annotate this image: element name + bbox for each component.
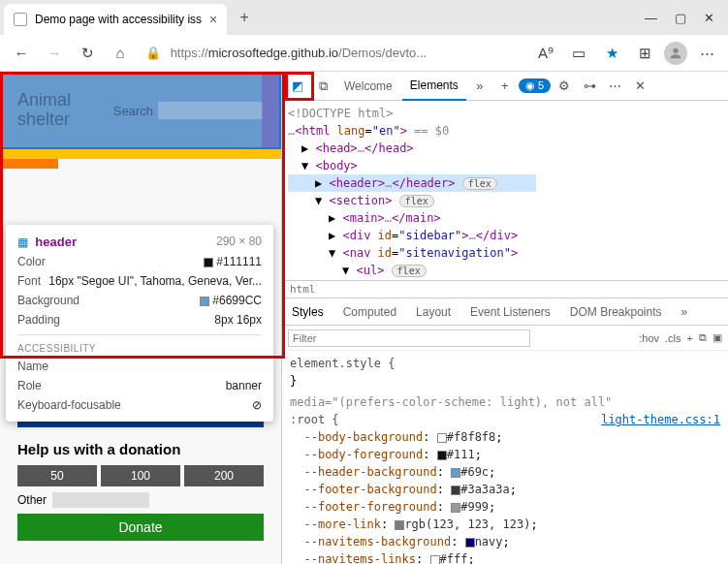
cls-toggle[interactable]: .cls (665, 332, 681, 344)
settings-gear-icon[interactable]: ⚙ (553, 75, 576, 98)
collections-icon[interactable]: ▭ (565, 40, 592, 67)
minimize-icon[interactable]: — (645, 11, 657, 25)
orange-bar (0, 159, 58, 169)
device-emulation-icon[interactable]: ⧉ (311, 75, 334, 98)
svg-point-0 (673, 47, 678, 52)
devtools-toolbar: ◩ ⧉ Welcome Elements » + ◉ 5 ⚙ ⊶ ⋯ ✕ (282, 72, 728, 101)
forward-icon[interactable]: → (41, 40, 68, 67)
stab-event[interactable]: Event Listeners (460, 298, 560, 326)
donate-heading: Help us with a donation (17, 441, 264, 457)
donate-other-row: Other (17, 492, 264, 508)
browser-toolbar: ← → ↻ ⌂ 🔒 https://microsoftedge.github.i… (0, 35, 728, 72)
new-tab-button[interactable]: + (231, 4, 258, 31)
dom-tree[interactable]: <!DOCTYPE html> …<html lang="en"> == $0 … (282, 101, 728, 280)
back-icon[interactable]: ← (8, 40, 35, 67)
breadcrumb[interactable]: html (282, 280, 728, 298)
window-controls: — ▢ ✕ (645, 11, 724, 25)
maximize-icon[interactable]: ▢ (675, 11, 686, 25)
search-input[interactable] (157, 101, 264, 120)
close-devtools-icon[interactable]: ✕ (628, 75, 651, 98)
extensions-icon[interactable]: ⊞ (631, 40, 658, 67)
search-form: Search (113, 101, 264, 120)
profile-avatar[interactable] (664, 42, 687, 65)
styles-filter-input[interactable] (288, 329, 530, 347)
stab-more-icon[interactable]: » (672, 298, 698, 326)
copy-icon[interactable]: ⧉ (699, 331, 707, 344)
browser-tab[interactable]: Demo page with accessibility iss × (4, 4, 227, 35)
devtools-panel: ◩ ⧉ Welcome Elements » + ◉ 5 ⚙ ⊶ ⋯ ✕ <!D… (281, 72, 728, 564)
css-source-link[interactable]: light-theme.css:1 (601, 411, 720, 428)
donate-button[interactable]: Donate (17, 514, 264, 541)
more-options-icon[interactable]: ⋯ (603, 75, 626, 98)
a11y-section-label: ACCESSIBILITY (17, 343, 262, 354)
stab-styles[interactable]: Styles (282, 298, 333, 326)
customize-icon[interactable]: ⊶ (578, 75, 601, 98)
search-label: Search (113, 104, 153, 118)
tooltip-tag: header (35, 235, 77, 249)
other-label: Other (17, 493, 47, 507)
donate-50[interactable]: 50 (17, 465, 97, 486)
donate-amounts: 50 100 200 (17, 465, 264, 486)
address-bar[interactable]: 🔒 https://microsoftedge.github.io/Demos/… (140, 46, 526, 60)
stab-computed[interactable]: Computed (333, 298, 406, 326)
home-icon[interactable]: ⌂ (107, 40, 134, 67)
computed-panel-icon[interactable]: ▣ (712, 331, 722, 344)
read-aloud-icon[interactable]: A⁹ (532, 40, 559, 67)
hov-toggle[interactable]: :hov (639, 332, 659, 344)
stab-layout[interactable]: Layout (406, 298, 460, 326)
refresh-icon[interactable]: ↻ (74, 40, 101, 67)
donate-200[interactable]: 200 (184, 465, 264, 486)
site-logo: Animal shelter (17, 91, 71, 130)
styles-body[interactable]: element.style { } media="(prefers-color-… (282, 351, 728, 564)
new-rule-icon[interactable]: + (687, 332, 693, 344)
tab-elements[interactable]: Elements (402, 72, 466, 101)
page-viewport: Animal shelter Search Horses Alpacas Hel… (0, 72, 281, 564)
yellow-bar (0, 149, 281, 159)
tab-welcome[interactable]: Welcome (336, 72, 400, 101)
add-tab-icon[interactable]: + (493, 75, 517, 98)
tab-title: Demo page with accessibility iss (35, 13, 202, 26)
menu-icon[interactable]: ⋯ (693, 40, 720, 67)
stab-dom-bp[interactable]: DOM Breakpoints (560, 298, 672, 326)
tab-favicon (14, 13, 27, 26)
issues-badge[interactable]: ◉ 5 (519, 78, 551, 93)
close-window-icon[interactable]: ✕ (704, 11, 714, 25)
favorite-star-icon[interactable]: ★ (598, 40, 625, 67)
donate-100[interactable]: 100 (101, 465, 180, 486)
other-amount-input[interactable] (52, 492, 149, 508)
inspect-element-icon[interactable]: ◩ (286, 75, 309, 98)
layout-icon: ▦ (17, 235, 28, 249)
styles-tab-bar: Styles Computed Layout Event Listeners D… (282, 298, 728, 326)
more-tabs-icon[interactable]: » (468, 75, 491, 98)
inspected-header[interactable]: Animal shelter Search (0, 72, 281, 149)
element-tooltip: ▦ header 290 × 80 Color#111111Font16px "… (6, 225, 273, 422)
close-tab-icon[interactable]: × (209, 12, 217, 27)
tooltip-dims: 290 × 80 (216, 235, 262, 248)
window-titlebar: Demo page with accessibility iss × + — ▢… (0, 0, 728, 35)
styles-filter-row: :hov .cls + ⧉ ▣ (282, 326, 728, 351)
